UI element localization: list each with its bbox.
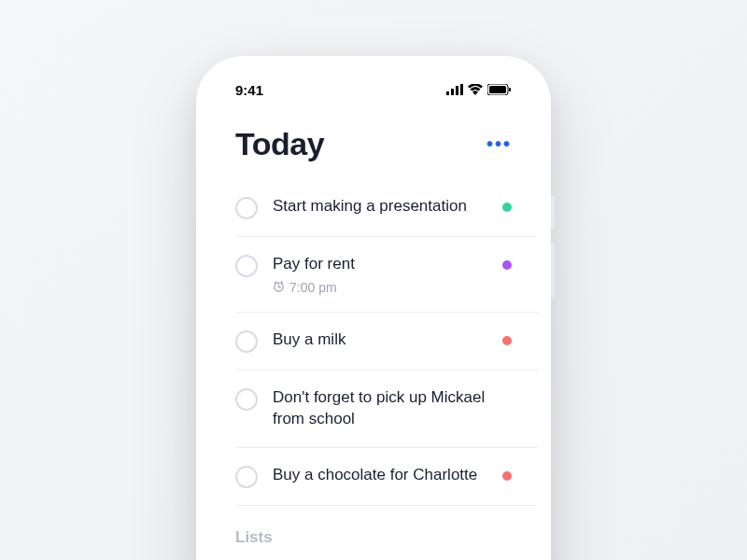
task-title: Buy a milk [273, 329, 487, 351]
task-title: Don't forget to pick up Mickael from sch… [273, 387, 512, 430]
task-time: 7:00 pm [289, 280, 337, 295]
task-list: Start making a presentation Pay for rent… [209, 179, 538, 547]
task-checkbox[interactable] [235, 197, 258, 219]
task-meta: 7:00 pm [273, 280, 487, 295]
svg-rect-5 [489, 86, 506, 93]
task-color-dot [502, 203, 512, 212]
svg-rect-0 [446, 91, 449, 95]
more-button[interactable]: ••• [486, 133, 512, 155]
side-button [551, 196, 555, 230]
task-checkbox[interactable] [235, 330, 258, 353]
task-item[interactable]: Start making a presentation [235, 179, 538, 237]
task-color-dot [502, 260, 512, 270]
notch [294, 69, 453, 95]
svg-rect-3 [460, 84, 463, 95]
task-title: Buy a chocolate for Charlotte [273, 465, 487, 486]
svg-rect-2 [456, 86, 458, 95]
phone-screen: 9:41 Today ••• Start making a [209, 69, 538, 560]
battery-icon [487, 82, 512, 98]
task-item[interactable]: Don't forget to pick up Mickael from sch… [235, 371, 538, 448]
task-checkbox[interactable] [235, 466, 258, 488]
task-title: Start making a presentation [273, 196, 487, 217]
task-color-dot [502, 336, 512, 345]
task-item[interactable]: Pay for rent 7:00 pm [235, 237, 538, 313]
task-item[interactable]: Buy a milk [235, 313, 538, 371]
task-checkbox[interactable] [235, 255, 258, 277]
status-time: 9:41 [235, 82, 263, 98]
task-color-dot [502, 471, 512, 481]
wifi-icon [468, 82, 483, 98]
task-title: Pay for rent [273, 254, 487, 275]
svg-rect-1 [451, 89, 454, 95]
section-label: Lists [235, 506, 538, 547]
phone-frame: 9:41 Today ••• Start making a [196, 56, 551, 560]
task-checkbox[interactable] [235, 388, 258, 411]
header: Today ••• [209, 105, 538, 179]
side-button [551, 243, 555, 299]
task-item[interactable]: Buy a chocolate for Charlotte [235, 448, 538, 506]
svg-rect-6 [509, 88, 511, 91]
page-title: Today [235, 126, 324, 162]
clock-icon [273, 280, 285, 295]
